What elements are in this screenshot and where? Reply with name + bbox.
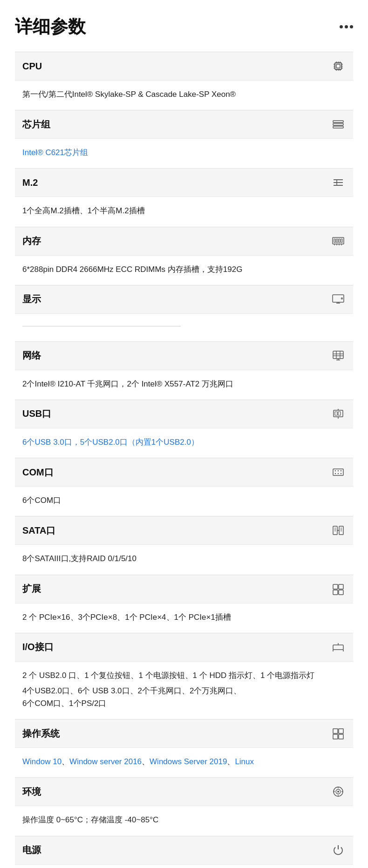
svg-rect-24 — [339, 239, 340, 243]
section-content-environment: 操作温度 0~65°C；存储温度 -40~85°C — [15, 806, 353, 835]
usb-icon — [331, 407, 346, 421]
svg-point-47 — [335, 470, 336, 471]
section-title-memory: 内存 — [22, 235, 41, 247]
svg-point-51 — [338, 473, 339, 474]
section-display: 显示 — [15, 285, 353, 341]
svg-rect-42 — [335, 412, 337, 415]
section-expansion: 扩展 2 个 PCIe×16、3个PCIe×8、1个 PCIe×4、1个 PCI… — [15, 575, 353, 633]
section-content-expansion: 2 个 PCIe×16、3个PCIe×8、1个 PCIe×4、1个 PCIe×1… — [15, 604, 353, 633]
expansion-icon — [331, 582, 346, 597]
section-title-cpu: CPU — [22, 61, 42, 72]
section-cpu: CPU — [15, 52, 353, 110]
svg-rect-63 — [339, 584, 343, 589]
svg-rect-54 — [339, 526, 343, 535]
section-sata: SATA口 8个SATAIII口,支持RAID 0/1/5/10 — [15, 516, 353, 574]
section-content-io: 2 个 USB2.0 口、1 个复位按钮、1 个电源按钮、1 个 HDD 指示灯… — [15, 662, 353, 719]
section-os: 操作系统 Window 10、Window server 2016、Window… — [15, 719, 353, 777]
svg-rect-72 — [333, 734, 338, 739]
section-header-chipset: 芯片组 — [15, 110, 353, 139]
section-header-io: I/O接口 — [15, 633, 353, 662]
section-title-m2: M.2 — [22, 177, 38, 188]
chipset-icon — [331, 117, 346, 132]
env-icon — [331, 784, 346, 799]
section-content-display — [15, 314, 353, 341]
section-header-com: COM口 — [15, 458, 353, 487]
section-usb: USB口 6个USB 3.0口，5个USB2.0口（内置1个USB2.0） — [15, 400, 353, 458]
section-com: COM口 6个COM口 — [15, 458, 353, 516]
section-header-display: 显示 — [15, 285, 353, 314]
svg-rect-53 — [333, 526, 337, 535]
section-content-m2: 1个全高M.2插槽、1个半高M.2插槽 — [15, 197, 353, 226]
section-header-expansion: 扩展 — [15, 575, 353, 604]
io-line2: 4个USB2.0口、6个 USB 3.0口、2个千兆网口、2个万兆网口、6个CO… — [22, 685, 346, 710]
page-header: 详细参数 — [15, 15, 353, 39]
section-memory: 内存 6*288pin DDR4 2666MHz ECC RDIMMs 内存插槽… — [15, 227, 353, 285]
svg-rect-34 — [333, 351, 343, 359]
section-content-cpu: 第一代/第二代Intel® Skylake-SP & Cascade Lake-… — [15, 81, 353, 110]
svg-point-48 — [338, 470, 339, 471]
section-header-os: 操作系统 — [15, 719, 353, 748]
svg-rect-71 — [339, 729, 343, 733]
memory-icon — [331, 234, 346, 249]
svg-rect-43 — [338, 412, 341, 415]
section-header-sata: SATA口 — [15, 516, 353, 545]
display-icon — [331, 292, 346, 307]
section-chipset: 芯片组 Intel® C621芯片组 — [15, 110, 353, 168]
section-title-sata: SATA口 — [22, 524, 55, 537]
svg-point-52 — [341, 473, 341, 474]
power-icon — [331, 843, 346, 858]
usb-link[interactable]: 6个USB 3.0口，5个USB2.0口（内置1个USB2.0） — [22, 438, 199, 447]
svg-point-76 — [337, 791, 339, 793]
svg-rect-15 — [333, 123, 343, 125]
svg-rect-46 — [333, 469, 343, 475]
cpu-icon — [331, 59, 346, 74]
svg-rect-23 — [336, 239, 338, 243]
section-environment: 环境 操作温度 0~65°C；存储温度 -40~85°C — [15, 777, 353, 835]
section-content-com: 6个COM口 — [15, 487, 353, 516]
section-title-usb: USB口 — [22, 407, 51, 420]
section-content-chipset: Intel® C621芯片组 — [15, 139, 353, 168]
svg-rect-65 — [339, 590, 343, 595]
page-title: 详细参数 — [15, 15, 86, 39]
sata-icon — [331, 523, 346, 538]
section-header-m2: M.2 — [15, 169, 353, 197]
svg-rect-14 — [333, 121, 343, 122]
section-header-cpu: CPU — [15, 52, 353, 81]
section-power: 电源 300W 额定功率 — [15, 836, 353, 868]
page-container: 详细参数 CPU — [0, 0, 368, 868]
svg-rect-64 — [333, 590, 338, 595]
section-title-display: 显示 — [22, 293, 41, 305]
section-title-io: I/O接口 — [22, 641, 54, 653]
svg-rect-30 — [333, 295, 344, 302]
chipset-link[interactable]: Intel® C621芯片组 — [22, 148, 88, 157]
section-header-usb: USB口 — [15, 400, 353, 428]
os-win2019-link[interactable]: Windows Server 2019 — [150, 757, 227, 766]
io-icon — [331, 640, 346, 655]
m2-icon — [331, 175, 346, 190]
svg-rect-16 — [333, 126, 343, 128]
os-linux-link[interactable]: Linux — [235, 757, 254, 766]
section-content-os: Window 10、Window server 2016、Windows Ser… — [15, 748, 353, 777]
os-win2016-link[interactable]: Window server 2016 — [69, 757, 142, 766]
section-content-power: 300W 额定功率 — [15, 865, 353, 868]
os-icon — [331, 726, 346, 741]
section-title-power: 电源 — [22, 844, 41, 856]
network-icon — [331, 348, 346, 363]
svg-rect-0 — [335, 63, 341, 69]
svg-rect-62 — [333, 584, 338, 589]
section-title-environment: 环境 — [22, 786, 41, 798]
section-title-os: 操作系统 — [22, 727, 60, 740]
section-io: I/O接口 2 个 USB2.0 口、1 个复位按钮、1 个电源按钮、1 个 H… — [15, 633, 353, 719]
svg-rect-25 — [341, 239, 342, 243]
section-content-network: 2个Intel® I210-AT 千兆网口，2个 Intel® X557-AT2… — [15, 370, 353, 400]
section-content-memory: 6*288pin DDR4 2666MHz ECC RDIMMs 内存插槽，支持… — [15, 256, 353, 285]
svg-point-50 — [335, 473, 336, 474]
os-win10-link[interactable]: Window 10 — [22, 757, 61, 766]
com-icon — [331, 465, 346, 480]
svg-rect-1 — [336, 64, 340, 68]
svg-rect-73 — [339, 734, 343, 739]
section-header-memory: 内存 — [15, 227, 353, 256]
more-menu-button[interactable] — [340, 25, 353, 28]
section-title-chipset: 芯片组 — [22, 118, 50, 131]
section-content-sata: 8个SATAIII口,支持RAID 0/1/5/10 — [15, 545, 353, 574]
